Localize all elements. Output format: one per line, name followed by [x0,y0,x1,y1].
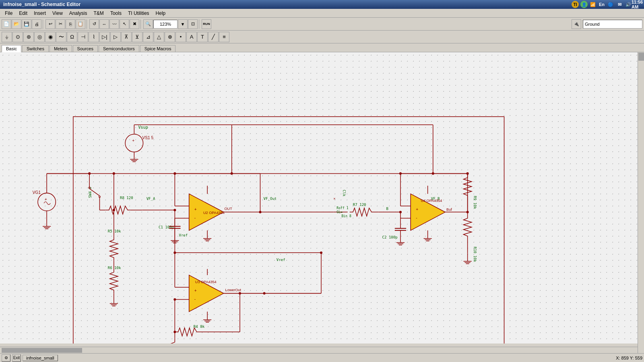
svg-text:R4 8k: R4 8k [194,325,205,329]
svg-text:U2 OPA4354: U2 OPA4354 [203,211,225,215]
svg-text:R8 120: R8 120 [120,196,133,200]
menu-insert[interactable]: Insert [31,10,49,17]
node-btn[interactable]: • [175,32,186,42]
fit-btn[interactable]: ⊡ [188,19,198,29]
menu-tools[interactable]: Tools [107,10,125,17]
svg-text:B: B [386,207,389,211]
tab-basic[interactable]: Basic [2,45,21,52]
tab-semiconductors[interactable]: Semiconductors [99,45,139,52]
svg-text:+: + [194,207,197,212]
menu-analysis[interactable]: Analysis [66,10,91,17]
cap-btn[interactable]: ⊣ [78,32,88,42]
svg-text:U3 OPA4354: U3 OPA4354 [195,280,217,284]
ground-net-input[interactable]: Ground [583,20,642,29]
svg-point-150 [173,331,176,333]
clock: 11:56 AM [634,1,641,8]
svg-text:×: × [333,197,335,201]
pmos-btn[interactable]: ⊻ [132,32,142,42]
schematic-svg: Vsup VS1 5 + VG1 + SW4 0 [0,52,644,343]
print-btn[interactable]: 🖨 [32,19,41,29]
run-btn[interactable]: RUN [202,19,211,29]
wire2-btn[interactable]: ╱ [208,32,219,42]
ind-btn[interactable]: ⌇ [89,32,99,42]
svg-point-155 [113,172,115,175]
main-toolbar: 📄 📂 💾 🖨 ↩ ✂ ⎘ 📋 ↺ ↔ 〰 ↖ ✖ 🔍 123% ▼ ⊡ RUN… [0,18,644,31]
svg-text:-: - [416,216,417,220]
ti-icon: TI [572,1,579,8]
svg-point-11 [38,193,56,211]
tab-meters[interactable]: Meters [50,45,72,52]
open-btn[interactable]: 📂 [12,19,21,29]
wire-btn[interactable]: 〰 [109,19,119,29]
schematic-canvas[interactable]: Vsup VS1 5 + VG1 + SW4 0 [0,52,644,343]
svg-text:R5 10k: R5 10k [108,229,121,233]
undo-btn[interactable]: ↩ [45,19,55,29]
zoom-sel-btn[interactable]: ▼ [178,19,188,29]
mirror-btn[interactable]: ↔ [99,19,109,29]
titlebar-icons: TI 👤 📶 En 🔵 ✉ 🔊 11:56 AM [572,1,641,8]
svg-point-141 [320,251,322,254]
wifi-icon: 📶 [589,1,597,8]
zoom-input[interactable]: 123% [153,20,178,29]
vsource-btn[interactable]: ⊙ [12,32,23,42]
text-btn[interactable]: T [197,32,208,42]
cut-btn[interactable]: ✂ [56,19,65,29]
lang-icon: En [598,1,605,8]
new-btn[interactable]: 📄 [2,19,11,29]
schematic-tab[interactable]: infnoise_small [23,355,58,361]
zoom-in-btn[interactable]: 🔍 [143,19,153,29]
tab-switches[interactable]: Switches [22,45,49,52]
npn-btn[interactable]: ⊿ [143,32,153,42]
select-btn[interactable]: ↖ [120,19,129,29]
tab-spice-macros[interactable]: Spice Macros [140,45,176,52]
sep1 [43,19,44,29]
svg-text:-: - [194,216,196,220]
menu-edit[interactable]: Edit [16,10,31,17]
tab-bar: Basic Switches Meters Sources Semiconduc… [0,43,644,52]
isource-btn[interactable]: ⊛ [23,32,34,42]
svg-text:R9 10k: R9 10k [473,196,477,209]
menu-tiutilities[interactable]: TI Utilities [125,10,153,17]
menu-view[interactable]: View [49,10,66,17]
component-toolbar: ⏚ ⊙ ⊛ ◎ ◉ 〜 Ω ⊣ ⌇ ▷| ▷ ⊼ ⊻ ⊿ △ ⊕ • A T ╱… [0,31,644,43]
vccs-btn[interactable]: ◉ [45,32,56,42]
nmos-btn[interactable]: ⊼ [121,32,132,42]
bus-btn[interactable]: ≡ [219,32,229,42]
resistor-btn[interactable]: Ω [67,32,77,42]
sep2 [87,19,88,29]
delete-btn[interactable]: ✖ [130,19,139,29]
vscroll-thumb[interactable] [638,53,644,61]
svg-text:C2 100p: C2 100p [382,235,397,239]
hscroll-thumb[interactable] [2,348,82,353]
coordinates: X: 859 Y: 559 [616,356,642,360]
net-label-btn[interactable]: A [186,32,197,42]
exit-btn[interactable]: Exit [12,354,21,362]
xor-btn[interactable]: ⊕ [165,32,175,42]
vertical-scrollbar[interactable] [638,52,644,353]
svg-text:+: + [132,138,134,143]
menu-help[interactable]: Help [153,10,169,17]
bluetooth-icon: 🔵 [607,1,614,8]
copy-btn[interactable]: ⎘ [66,19,75,29]
net-btn[interactable]: 🔌 [572,19,581,29]
svg-point-147 [239,292,241,294]
sine-btn[interactable]: 〜 [56,32,66,42]
menu-tm[interactable]: T&M [91,10,107,17]
vcvs-btn[interactable]: ◎ [34,32,45,42]
gnd-btn[interactable]: ⏚ [2,32,12,42]
svg-text:VF_Out: VF_Out [264,197,277,201]
titlebar-title: infnoise_small - Schematic Editor [3,2,80,7]
settings-btn[interactable]: ⚙ [2,354,10,362]
rotate-btn[interactable]: ↺ [89,19,99,29]
opamp-btn[interactable]: ▷ [110,32,121,42]
menu-file[interactable]: File [2,10,16,17]
svg-text:U4 OPA4354: U4 OPA4354 [421,199,442,203]
svg-text:R6 10k: R6 10k [108,266,121,270]
diode-btn[interactable]: ▷| [99,32,110,42]
horizontal-scrollbar[interactable] [0,347,638,353]
paste-btn[interactable]: 📋 [76,19,85,29]
pnp-btn[interactable]: △ [154,32,164,42]
svg-text:VF_A: VF_A [147,197,155,201]
save-btn[interactable]: 💾 [22,19,31,29]
tab-sources[interactable]: Sources [73,45,98,52]
